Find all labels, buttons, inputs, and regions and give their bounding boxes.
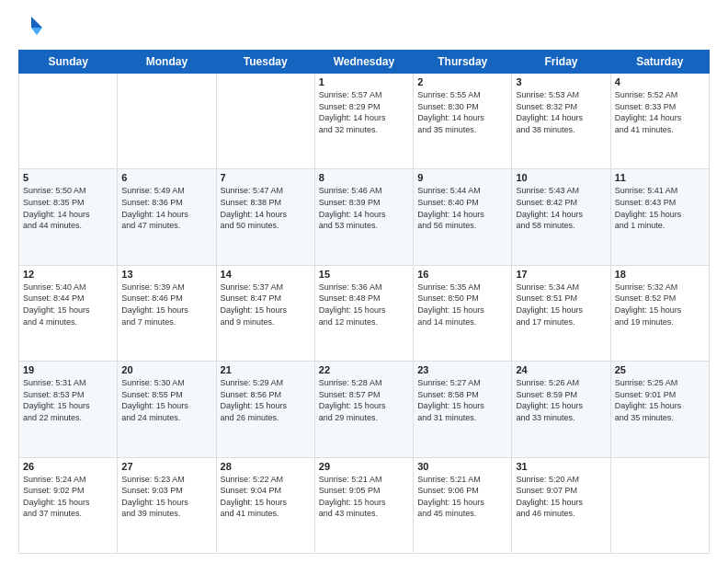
day-info: Sunrise: 5:39 AM Sunset: 8:46 PM Dayligh…	[121, 282, 211, 327]
calendar-cell: 21Sunrise: 5:29 AM Sunset: 8:56 PM Dayli…	[216, 362, 314, 457]
day-info: Sunrise: 5:34 AM Sunset: 8:51 PM Dayligh…	[516, 282, 606, 327]
svg-marker-1	[31, 28, 42, 35]
day-info: Sunrise: 5:55 AM Sunset: 8:30 PM Dayligh…	[417, 89, 507, 135]
day-number: 13	[121, 269, 211, 280]
day-info: Sunrise: 5:22 AM Sunset: 9:04 PM Dayligh…	[221, 474, 311, 520]
day-number: 28	[221, 461, 311, 472]
calendar-cell: 24Sunrise: 5:26 AM Sunset: 8:59 PM Dayli…	[512, 362, 610, 457]
calendar-cell: 11Sunrise: 5:41 AM Sunset: 8:43 PM Dayli…	[610, 169, 709, 265]
weekday-header-thursday: Thursday	[414, 51, 512, 74]
day-info: Sunrise: 5:28 AM Sunset: 8:57 PM Dayligh…	[319, 377, 409, 423]
day-number: 15	[319, 269, 409, 280]
day-number: 8	[319, 172, 409, 183]
day-number: 23	[417, 364, 507, 375]
calendar-cell: 13Sunrise: 5:39 AM Sunset: 8:46 PM Dayli…	[118, 265, 216, 361]
day-number: 20	[121, 364, 211, 375]
day-info: Sunrise: 5:44 AM Sunset: 8:40 PM Dayligh…	[417, 185, 507, 231]
day-number: 9	[417, 172, 507, 183]
day-info: Sunrise: 5:43 AM Sunset: 8:42 PM Dayligh…	[516, 185, 606, 231]
day-info: Sunrise: 5:20 AM Sunset: 9:07 PM Dayligh…	[516, 474, 606, 520]
day-number: 26	[23, 461, 113, 472]
calendar-cell: 5Sunrise: 5:50 AM Sunset: 8:35 PM Daylig…	[19, 169, 118, 265]
weekday-header-tuesday: Tuesday	[216, 51, 314, 74]
day-number: 1	[319, 76, 409, 87]
day-number: 27	[121, 461, 211, 472]
calendar-cell: 6Sunrise: 5:49 AM Sunset: 8:36 PM Daylig…	[118, 169, 216, 265]
logo-icon	[18, 15, 44, 40]
day-number: 22	[319, 364, 409, 375]
calendar-cell: 28Sunrise: 5:22 AM Sunset: 9:04 PM Dayli…	[216, 457, 314, 553]
calendar-cell: 16Sunrise: 5:35 AM Sunset: 8:50 PM Dayli…	[414, 265, 512, 361]
day-info: Sunrise: 5:32 AM Sunset: 8:52 PM Dayligh…	[615, 282, 705, 327]
calendar-cell: 25Sunrise: 5:25 AM Sunset: 9:01 PM Dayli…	[610, 362, 709, 457]
day-number: 4	[615, 76, 705, 87]
calendar-cell: 4Sunrise: 5:52 AM Sunset: 8:33 PM Daylig…	[610, 74, 709, 169]
day-info: Sunrise: 5:49 AM Sunset: 8:36 PM Dayligh…	[121, 185, 211, 231]
calendar-cell: 9Sunrise: 5:44 AM Sunset: 8:40 PM Daylig…	[414, 169, 512, 265]
day-number: 25	[615, 364, 705, 375]
svg-marker-0	[31, 17, 42, 28]
day-info: Sunrise: 5:53 AM Sunset: 8:32 PM Dayligh…	[516, 89, 606, 135]
day-info: Sunrise: 5:57 AM Sunset: 8:29 PM Dayligh…	[319, 89, 409, 135]
day-info: Sunrise: 5:26 AM Sunset: 8:59 PM Dayligh…	[516, 377, 606, 423]
calendar-week-3: 12Sunrise: 5:40 AM Sunset: 8:44 PM Dayli…	[19, 265, 710, 361]
day-info: Sunrise: 5:35 AM Sunset: 8:50 PM Dayligh…	[417, 282, 507, 327]
weekday-header-row: SundayMondayTuesdayWednesdayThursdayFrid…	[19, 51, 710, 74]
calendar-cell: 2Sunrise: 5:55 AM Sunset: 8:30 PM Daylig…	[414, 74, 512, 169]
calendar-week-5: 26Sunrise: 5:24 AM Sunset: 9:02 PM Dayli…	[19, 457, 710, 553]
day-number: 11	[615, 172, 705, 183]
day-info: Sunrise: 5:47 AM Sunset: 8:38 PM Dayligh…	[221, 185, 311, 231]
day-info: Sunrise: 5:29 AM Sunset: 8:56 PM Dayligh…	[221, 377, 311, 423]
calendar-week-4: 19Sunrise: 5:31 AM Sunset: 8:53 PM Dayli…	[19, 362, 710, 457]
day-number: 12	[23, 269, 113, 280]
day-info: Sunrise: 5:37 AM Sunset: 8:47 PM Dayligh…	[221, 282, 311, 327]
day-info: Sunrise: 5:40 AM Sunset: 8:44 PM Dayligh…	[23, 282, 113, 327]
calendar-cell: 1Sunrise: 5:57 AM Sunset: 8:29 PM Daylig…	[314, 74, 413, 169]
weekday-header-sunday: Sunday	[19, 51, 118, 74]
calendar-cell	[216, 74, 314, 169]
header	[18, 15, 710, 40]
logo	[18, 15, 48, 40]
day-info: Sunrise: 5:46 AM Sunset: 8:39 PM Dayligh…	[319, 185, 409, 231]
calendar-cell: 14Sunrise: 5:37 AM Sunset: 8:47 PM Dayli…	[216, 265, 314, 361]
day-info: Sunrise: 5:36 AM Sunset: 8:48 PM Dayligh…	[319, 282, 409, 327]
day-info: Sunrise: 5:23 AM Sunset: 9:03 PM Dayligh…	[121, 474, 211, 520]
weekday-header-wednesday: Wednesday	[314, 51, 413, 74]
day-info: Sunrise: 5:50 AM Sunset: 8:35 PM Dayligh…	[23, 185, 113, 231]
day-info: Sunrise: 5:27 AM Sunset: 8:58 PM Dayligh…	[417, 377, 507, 423]
day-number: 19	[23, 364, 113, 375]
day-info: Sunrise: 5:21 AM Sunset: 9:05 PM Dayligh…	[319, 474, 409, 520]
day-number: 7	[221, 172, 311, 183]
calendar-week-2: 5Sunrise: 5:50 AM Sunset: 8:35 PM Daylig…	[19, 169, 710, 265]
day-info: Sunrise: 5:25 AM Sunset: 9:01 PM Dayligh…	[615, 377, 705, 423]
day-info: Sunrise: 5:30 AM Sunset: 8:55 PM Dayligh…	[121, 377, 211, 423]
weekday-header-monday: Monday	[118, 51, 216, 74]
calendar-cell: 10Sunrise: 5:43 AM Sunset: 8:42 PM Dayli…	[512, 169, 610, 265]
svg-rect-2	[20, 17, 31, 39]
calendar-cell: 27Sunrise: 5:23 AM Sunset: 9:03 PM Dayli…	[118, 457, 216, 553]
day-number: 29	[319, 461, 409, 472]
day-number: 17	[516, 269, 606, 280]
day-number: 24	[516, 364, 606, 375]
calendar-cell	[118, 74, 216, 169]
calendar-week-1: 1Sunrise: 5:57 AM Sunset: 8:29 PM Daylig…	[19, 74, 710, 169]
calendar-cell: 22Sunrise: 5:28 AM Sunset: 8:57 PM Dayli…	[314, 362, 413, 457]
calendar-cell: 18Sunrise: 5:32 AM Sunset: 8:52 PM Dayli…	[610, 265, 709, 361]
calendar-table: SundayMondayTuesdayWednesdayThursdayFrid…	[18, 50, 710, 554]
calendar-cell: 3Sunrise: 5:53 AM Sunset: 8:32 PM Daylig…	[512, 74, 610, 169]
day-number: 30	[417, 461, 507, 472]
calendar-cell: 30Sunrise: 5:21 AM Sunset: 9:06 PM Dayli…	[414, 457, 512, 553]
day-number: 31	[516, 461, 606, 472]
day-info: Sunrise: 5:52 AM Sunset: 8:33 PM Dayligh…	[615, 89, 705, 135]
calendar-cell	[610, 457, 709, 553]
calendar-cell	[19, 74, 118, 169]
weekday-header-friday: Friday	[512, 51, 610, 74]
day-info: Sunrise: 5:21 AM Sunset: 9:06 PM Dayligh…	[417, 474, 507, 520]
day-number: 3	[516, 76, 606, 87]
calendar-cell: 15Sunrise: 5:36 AM Sunset: 8:48 PM Dayli…	[314, 265, 413, 361]
day-number: 14	[221, 269, 311, 280]
day-number: 10	[516, 172, 606, 183]
page: SundayMondayTuesdayWednesdayThursdayFrid…	[0, 0, 728, 563]
day-info: Sunrise: 5:24 AM Sunset: 9:02 PM Dayligh…	[23, 474, 113, 520]
day-number: 16	[417, 269, 507, 280]
